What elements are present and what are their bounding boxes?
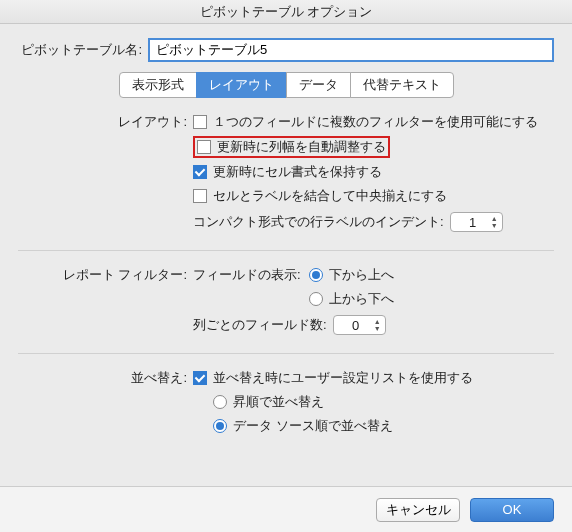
table-name-input[interactable]	[148, 38, 554, 62]
filter-section-label: レポート フィルター:	[18, 265, 193, 339]
cancel-button[interactable]: キャンセル	[376, 498, 460, 522]
radio-bottom-to-top-label: 下から上へ	[329, 266, 394, 284]
tab-data[interactable]: データ	[286, 72, 351, 98]
fields-per-column-label: 列ごとのフィールド数:	[193, 316, 327, 334]
dialog-footer: キャンセル OK	[0, 486, 572, 532]
radio-sort-data-source-label: データ ソース順で並べ替え	[233, 417, 393, 435]
checkbox-use-custom-lists-label: 並べ替え時にユーザー設定リストを使用する	[213, 369, 473, 387]
sort-section-label: 並べ替え:	[18, 368, 193, 440]
radio-bottom-to-top[interactable]	[309, 268, 323, 282]
highlighted-option: 更新時に列幅を自動調整する	[193, 136, 390, 158]
radio-top-to-bottom[interactable]	[309, 292, 323, 306]
fields-per-column-value: 0	[344, 318, 368, 333]
checkbox-preserve-formatting[interactable]	[193, 165, 207, 179]
checkbox-autofit-columns-label: 更新時に列幅を自動調整する	[217, 138, 386, 156]
table-name-label: ピボットテーブル名:	[18, 41, 148, 59]
field-display-label: フィールドの表示:	[193, 266, 301, 284]
compact-indent-stepper[interactable]: 1 ▲▼	[450, 212, 503, 232]
checkbox-multiple-filters-label: １つのフィールドに複数のフィルターを使用可能にする	[213, 113, 538, 131]
radio-top-to-bottom-label: 上から下へ	[329, 290, 394, 308]
tab-layout[interactable]: レイアウト	[196, 72, 287, 98]
ok-button[interactable]: OK	[470, 498, 554, 522]
divider	[18, 250, 554, 251]
layout-section-label: レイアウト:	[18, 112, 193, 236]
stepper-arrows-icon: ▲▼	[374, 318, 381, 332]
stepper-arrows-icon: ▲▼	[491, 215, 498, 229]
radio-sort-ascending-label: 昇順で並べ替え	[233, 393, 324, 411]
tab-alt-text[interactable]: 代替テキスト	[350, 72, 454, 98]
checkbox-preserve-formatting-label: 更新時にセル書式を保持する	[213, 163, 382, 181]
checkbox-merge-labels-label: セルとラベルを結合して中央揃えにする	[213, 187, 447, 205]
fields-per-column-stepper[interactable]: 0 ▲▼	[333, 315, 386, 335]
checkbox-use-custom-lists[interactable]	[193, 371, 207, 385]
tab-bar: 表示形式 レイアウト データ 代替テキスト	[18, 72, 554, 98]
tab-display[interactable]: 表示形式	[119, 72, 197, 98]
radio-sort-data-source[interactable]	[213, 419, 227, 433]
compact-indent-value: 1	[461, 215, 485, 230]
radio-sort-ascending[interactable]	[213, 395, 227, 409]
checkbox-multiple-filters[interactable]	[193, 115, 207, 129]
checkbox-merge-labels[interactable]	[193, 189, 207, 203]
window-title: ピボットテーブル オプション	[0, 0, 572, 24]
compact-indent-label: コンパクト形式での行ラベルのインデント:	[193, 213, 444, 231]
checkbox-autofit-columns[interactable]	[197, 140, 211, 154]
divider	[18, 353, 554, 354]
